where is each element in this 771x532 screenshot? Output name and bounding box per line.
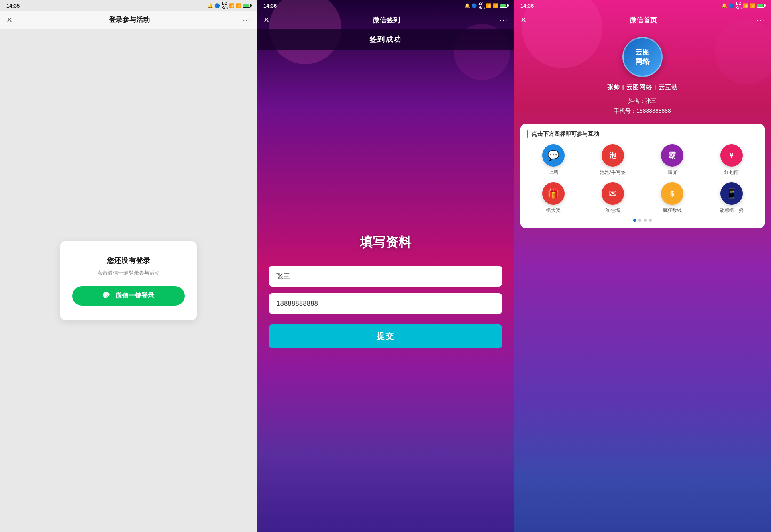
wechat-btn-label: 微信一键登录 [116, 291, 154, 300]
submit-button[interactable]: 提交 [269, 324, 502, 348]
name-input[interactable] [269, 266, 502, 287]
icon-circle-6: $ [661, 182, 683, 205]
checkin-banner: 签到成功 [257, 29, 514, 50]
time-3: 14:36 [520, 3, 534, 9]
icon-circle-5: ✉ [602, 182, 624, 205]
icon-circle-7: 📱 [720, 182, 743, 205]
icon-label-3: 红包雨 [724, 169, 739, 176]
dot-0 [633, 219, 636, 222]
status-bar-2: 14:36 🔔 🔵 27B/s 📶 📶 [257, 0, 514, 11]
icon-circle-4: 🎁 [542, 182, 565, 205]
time-2: 14:36 [263, 3, 277, 9]
dot-1 [638, 219, 641, 222]
icon-label-6: 疯狂数钱 [663, 207, 682, 214]
icon-circle-1: 泡 [602, 144, 624, 167]
user-name: 姓名：张三 [614, 96, 671, 106]
status-bar-1: 14:35 🔔 🔵 1.2K/s 📶 📶 [0, 0, 257, 11]
dot-indicators [527, 219, 758, 222]
status-icons-1: 🔔 🔵 1.2K/s 📶 📶 [208, 1, 251, 10]
dot-3 [649, 219, 652, 222]
card-header: 点击下方图标即可参与互动 [527, 130, 758, 138]
panel-login: 14:35 🔔 🔵 1.2K/s 📶 📶 ✕ 登录参与活动 ··· 您还没有登录 [0, 0, 257, 532]
icon-circle-2: 霸 [661, 144, 683, 167]
panel-signin: 14:36 🔔 🔵 27B/s 📶 📶 ✕ 微信签到 ··· 签到成功 [257, 0, 514, 532]
icon-item-4[interactable]: 🎁 摇大奖 [527, 182, 580, 214]
battery-3 [757, 4, 765, 8]
icon-label-4: 摇大奖 [546, 207, 561, 214]
close-button-3[interactable]: ✕ [520, 16, 530, 24]
close-button-1[interactable]: ✕ [6, 16, 16, 24]
icon-item-7[interactable]: 📱 动感摇一摇 [705, 182, 758, 214]
battery-2 [500, 4, 508, 8]
icon-item-5[interactable]: ✉ 红包墙 [586, 182, 639, 214]
form-area: 填写资料 提交 [257, 50, 514, 532]
icon-item-0[interactable]: 💬 上墙 [527, 144, 580, 176]
icon-item-1[interactable]: 泡 泡泡/手写签 [586, 144, 639, 176]
icon-label-0: 上墙 [549, 169, 558, 176]
nav-bar-1: ✕ 登录参与活动 ··· [0, 11, 257, 29]
company-logo: 云图 网络 [622, 37, 663, 77]
login-content: 您还没有登录 点击微信一键登录参与活动 微信一键登录 [0, 29, 257, 532]
dot-2 [644, 219, 647, 222]
home-hero: 云图 网络 张帅 | 云图网络 | 云互动 姓名：张三 手机号：18888888… [514, 29, 771, 120]
wechat-icon [103, 291, 112, 301]
hero-info: 姓名：张三 手机号：18888888888 [614, 96, 671, 116]
icon-item-3[interactable]: ¥ 红包雨 [705, 144, 758, 176]
user-phone: 手机号：18888888888 [614, 106, 671, 116]
hero-subtitle: 张帅 | 云图网络 | 云互动 [607, 84, 677, 91]
icon-circle-3: ¥ [720, 144, 743, 167]
panel-home: 14:36 🔔 🔵 1.2K/s 📶 📶 ✕ 微信首页 ··· 云图 网络 [514, 0, 771, 532]
more-button-3[interactable]: ··· [757, 16, 765, 25]
status-bar-3: 14:36 🔔 🔵 1.2K/s 📶 📶 [514, 0, 771, 11]
form-title: 填写资料 [360, 234, 411, 251]
phone-input[interactable] [269, 293, 502, 314]
close-button-2[interactable]: ✕ [263, 16, 273, 24]
icons-grid: 💬 上墙 泡 泡泡/手写签 霸 霸屏 ¥ 红包雨 🎁 [527, 144, 758, 214]
nav-title-3: 微信首页 [630, 16, 657, 25]
icon-circle-0: 💬 [542, 144, 565, 167]
icon-item-2[interactable]: 霸 霸屏 [646, 144, 699, 176]
status-icons-2: 🔔 🔵 27B/s 📶 📶 [465, 1, 508, 10]
nav-bar-2: ✕ 微信签到 ··· [257, 11, 514, 29]
more-button-2[interactable]: ··· [500, 16, 508, 25]
login-card: 您还没有登录 点击微信一键登录参与活动 微信一键登录 [60, 241, 197, 320]
icon-label-5: 红包墙 [606, 207, 620, 214]
wechat-login-button[interactable]: 微信一键登录 [72, 286, 185, 306]
icon-label-7: 动感摇一摇 [720, 207, 744, 214]
icon-label-1: 泡泡/手写签 [600, 169, 625, 176]
time-1: 14:35 [6, 3, 20, 9]
battery-1 [243, 4, 251, 8]
nav-title-2: 微信签到 [373, 16, 400, 25]
login-title: 您还没有登录 [72, 256, 185, 265]
nav-title-1: 登录参与活动 [109, 15, 150, 24]
status-icons-3: 🔔 🔵 1.2K/s 📶 📶 [722, 1, 765, 10]
red-bar-icon [527, 130, 528, 138]
more-button-1[interactable]: ··· [243, 15, 251, 24]
card-header-text: 点击下方图标即可参与互动 [532, 130, 599, 138]
home-card: 点击下方图标即可参与互动 💬 上墙 泡 泡泡/手写签 霸 霸屏 ¥ [520, 124, 765, 228]
icon-item-6[interactable]: $ 疯狂数钱 [646, 182, 699, 214]
nav-bar-3: ✕ 微信首页 ··· [514, 11, 771, 29]
login-subtitle: 点击微信一键登录参与活动 [72, 269, 185, 277]
icon-label-2: 霸屏 [667, 169, 677, 176]
